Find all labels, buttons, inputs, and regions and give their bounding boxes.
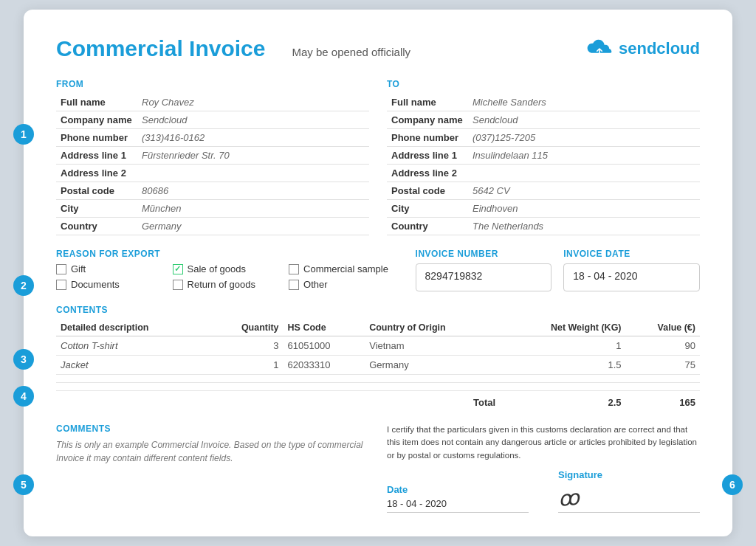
unchecked-checkbox[interactable]: [56, 264, 66, 274]
checked-checkbox[interactable]: [173, 264, 183, 274]
checkbox-item[interactable]: Commercial sample: [289, 263, 398, 274]
col-quantity: Quantity: [210, 319, 283, 336]
contents-row: [56, 375, 700, 383]
date-sig-row: Date 18 - 04 - 2020 Signature ꝏ: [387, 469, 700, 513]
from-table: Full nameRoy ChavezCompany nameSendcloud…: [56, 94, 369, 235]
from-field-label: Postal code: [56, 182, 137, 200]
from-row: Address line 2: [56, 165, 369, 182]
content-value: 75: [626, 356, 700, 375]
reason-section: REASON FOR EXPORT GiftSale of goodsComme…: [56, 249, 398, 290]
contents-table: Detailed description Quantity HS Code Co…: [56, 319, 700, 412]
to-row: Address line 2: [387, 165, 700, 182]
content-weight: 1.5: [500, 356, 625, 375]
from-field-value: Roy Chavez: [137, 94, 369, 111]
to-label: TO: [387, 79, 700, 89]
checkbox-label: Documents: [71, 279, 120, 290]
from-section: FROM Full nameRoy ChavezCompany nameSend…: [56, 79, 369, 235]
reason-invoice-row: REASON FOR EXPORT GiftSale of goodsComme…: [56, 249, 700, 291]
unchecked-checkbox[interactable]: [173, 280, 183, 290]
badge-5: 5: [13, 474, 34, 495]
unchecked-checkbox[interactable]: [289, 280, 299, 290]
from-field-value: Germany: [137, 218, 369, 235]
from-row: Postal code80686: [56, 182, 369, 200]
invoice-date-label: INVOICE DATE: [563, 249, 700, 259]
col-country: Country of Origin: [365, 319, 500, 336]
content-weight: [500, 375, 625, 383]
contents-row: Jacket 1 62033310 Germany 1.5 75: [56, 356, 700, 375]
content-quantity: 3: [210, 336, 283, 356]
to-row: CountryThe Netherlands: [387, 218, 700, 235]
signature-section: I certify that the particulars given in …: [387, 424, 700, 513]
badge-1: 1: [13, 124, 34, 145]
sig-block: Signature ꝏ: [558, 469, 700, 513]
date-value: 18 - 04 - 2020: [387, 498, 529, 513]
invoice-meta-section: INVOICE NUMBER 8294719832 INVOICE DATE 1…: [416, 249, 700, 291]
to-field-value: Michelle Sanders: [468, 94, 700, 111]
unchecked-checkbox[interactable]: [289, 264, 299, 274]
from-field-label: City: [56, 200, 137, 218]
content-hscode: 61051000: [284, 336, 365, 356]
invoice-number-value: 8294719832: [416, 263, 552, 291]
content-country: Vietnam: [365, 336, 500, 356]
logo: sendcloud: [586, 39, 700, 58]
to-field-label: Postal code: [387, 182, 468, 200]
content-quantity: [210, 375, 283, 383]
to-field-value: The Netherlands: [468, 218, 700, 235]
badge-4: 4: [13, 386, 34, 407]
from-field-value: Fürstenrieder Str. 70: [137, 147, 369, 165]
total-empty-2: [210, 391, 283, 412]
to-field-label: Full name: [387, 94, 468, 111]
total-label: Total: [365, 391, 500, 412]
to-field-label: Phone number: [387, 129, 468, 147]
from-field-label: Country: [56, 218, 137, 235]
checkbox-label: Other: [303, 279, 328, 290]
from-field-value: München: [137, 200, 369, 218]
badge-2: 2: [13, 275, 34, 296]
from-row: CountryGermany: [56, 218, 369, 235]
to-field-value: Eindhoven: [468, 200, 700, 218]
checkbox-item[interactable]: Return of goods: [173, 279, 282, 290]
content-value: 90: [626, 336, 700, 356]
total-value: 165: [626, 391, 700, 412]
content-value: [626, 383, 700, 391]
checkbox-item[interactable]: Sale of goods: [173, 263, 282, 274]
from-row: CityMünchen: [56, 200, 369, 218]
checkbox-item[interactable]: Gift: [56, 263, 165, 274]
content-hscode: 62033310: [284, 356, 365, 375]
content-description: Jacket: [56, 356, 210, 375]
date-label: Date: [387, 484, 529, 495]
to-row: Postal code5642 CV: [387, 182, 700, 200]
to-section: TO Full nameMichelle SandersCompany name…: [387, 79, 700, 235]
to-row: Full nameMichelle Sanders: [387, 94, 700, 111]
signature-image: ꝏ: [557, 488, 580, 510]
checkbox-item[interactable]: Documents: [56, 279, 165, 290]
to-row: Phone number(037)125-7205: [387, 129, 700, 147]
from-field-label: Address line 2: [56, 165, 137, 182]
to-row: CityEindhoven: [387, 200, 700, 218]
total-weight: 2.5: [500, 391, 625, 412]
invoice-title: Commercial Invoice: [56, 36, 265, 61]
content-description: [56, 375, 210, 383]
certification-text: I certify that the particulars given in …: [387, 424, 700, 462]
content-hscode: [284, 375, 365, 383]
invoice-date-value: 18 - 04 - 2020: [563, 263, 700, 291]
checkbox-grid: GiftSale of goodsCommercial sampleDocume…: [56, 263, 398, 290]
checkbox-label: Sale of goods: [188, 263, 247, 274]
col-weight: Net Weight (KG): [500, 319, 625, 336]
invoice-number-label: INVOICE NUMBER: [416, 249, 552, 259]
comments-section: COMMENTS This is only an example Commerc…: [56, 424, 369, 513]
invoice-page: 1 2 3 4 5 6 Commercial Invoice May be op…: [24, 10, 732, 536]
contents-label: CONTENTS: [56, 305, 700, 315]
to-field-label: Country: [387, 218, 468, 235]
from-field-value: (313)416-0162: [137, 129, 369, 147]
total-empty-3: [284, 391, 365, 412]
from-row: Phone number(313)416-0162: [56, 129, 369, 147]
content-country: [365, 383, 500, 391]
comments-text: This is only an example Commercial Invoi…: [56, 438, 369, 465]
badge-3: 3: [13, 349, 34, 370]
contents-row: Cotton T-shirt 3 61051000 Vietnam 1 90: [56, 336, 700, 356]
unchecked-checkbox[interactable]: [56, 280, 66, 290]
content-description: Cotton T-shirt: [56, 336, 210, 356]
checkbox-item[interactable]: Other: [289, 279, 398, 290]
checkbox-label: Return of goods: [188, 279, 256, 290]
